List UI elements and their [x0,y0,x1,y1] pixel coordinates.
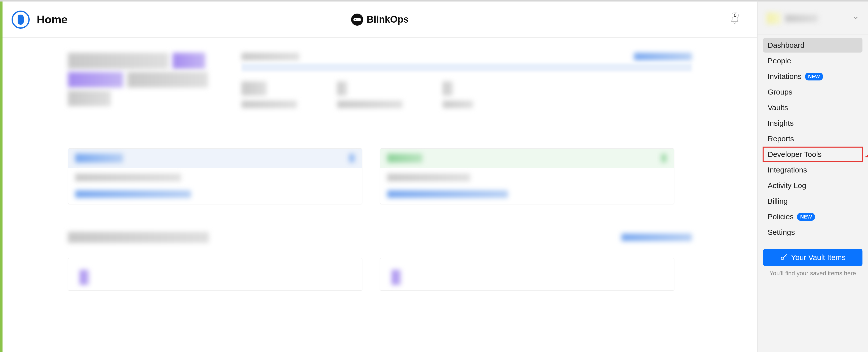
left-accent-strip [0,0,2,352]
sidebar-item-policies[interactable]: Policies NEW [763,210,863,224]
summary-card[interactable] [68,148,362,204]
sidebar-item-dashboard[interactable]: Dashboard [763,38,863,53]
sidebar-item-vaults[interactable]: Vaults [763,100,863,115]
brand-name: BlinkOps [367,14,409,25]
sidebar-item-label: Developer Tools [768,150,822,159]
annotation-arrow-icon [865,150,868,158]
item-card[interactable] [380,258,674,291]
svg-marker-1 [865,154,868,158]
sidebar-nav: Dashboard People Invitations NEW Groups … [757,38,868,239]
sidebar-item-label: Settings [768,228,795,236]
section-heading [68,232,692,243]
sidebar-item-label: Reports [768,134,794,143]
sidebar-item-insights[interactable]: Insights [763,116,863,130]
app-logo-icon[interactable] [11,10,30,29]
sidebar-item-invitations[interactable]: Invitations NEW [763,69,863,84]
sidebar-item-label: Vaults [768,103,788,112]
sidebar-item-developer-tools[interactable]: Developer Tools [763,147,863,162]
summary-card[interactable] [380,148,674,204]
new-badge: NEW [805,73,823,81]
sidebar-item-billing[interactable]: Billing [763,194,863,209]
sidebar-item-groups[interactable]: Groups [763,85,863,99]
sidebar-item-label: Integrations [768,166,807,174]
sidebar-item-label: Dashboard [768,41,805,50]
sidebar-item-label: Groups [768,88,792,96]
main-app: Home BlinkOps 0 [2,0,757,352]
vault-items-button[interactable]: Your Vault Items [763,249,863,266]
avatar [767,12,781,24]
account-switcher[interactable] [757,8,868,34]
item-card[interactable] [68,258,362,291]
sidebar-item-activity-log[interactable]: Activity Log [763,178,863,193]
sidebar-item-label: Billing [768,197,788,205]
greeting-block [68,53,211,108]
key-icon [780,254,787,261]
stats-block [242,53,692,108]
notifications-button[interactable]: 0 [730,14,740,25]
sidebar-item-integrations[interactable]: Integrations [763,163,863,177]
topbar: Home BlinkOps 0 [2,1,757,38]
brand-center: BlinkOps [351,13,409,26]
sidebar-item-reports[interactable]: Reports [763,131,863,146]
sidebar-item-settings[interactable]: Settings [763,225,863,239]
sidebar-item-label: Invitations [768,72,802,81]
sidebar-item-label: Insights [768,119,794,127]
sidebar-item-label: People [768,57,791,65]
right-sidebar: Dashboard People Invitations NEW Groups … [757,0,868,352]
new-badge: NEW [797,213,815,221]
sidebar-item-people[interactable]: People [763,54,863,68]
blinkops-icon [351,13,363,26]
vault-items-hint: You'll find your saved items here [757,270,868,277]
dashboard-content [2,38,757,306]
notification-count: 0 [732,12,739,18]
page-title: Home [37,13,67,26]
sidebar-item-label: Activity Log [768,181,806,190]
sidebar-item-label: Policies [768,213,794,221]
user-name [785,14,818,22]
chevron-down-icon [852,14,859,22]
vault-items-label: Your Vault Items [791,253,846,262]
